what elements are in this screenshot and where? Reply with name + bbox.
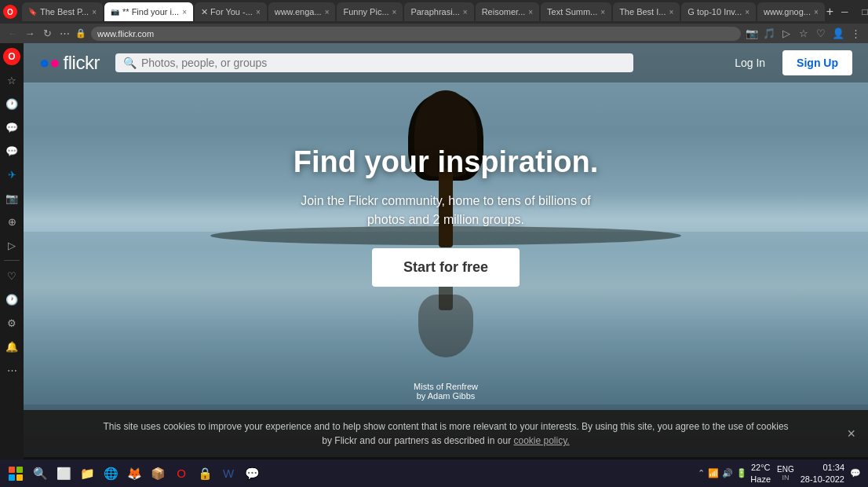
taskbar-clock[interactable]: 01:34 28-10-2022	[801, 462, 844, 485]
reflection-canopy	[418, 295, 473, 357]
taskbar-vpn[interactable]: 🔒	[195, 463, 215, 484]
tab-6-close[interactable]: ×	[463, 8, 468, 16]
heart-action-icon[interactable]: ♡	[815, 27, 827, 39]
tab-4-close[interactable]: ×	[325, 8, 330, 16]
tab-8-label: Text Summ...	[547, 7, 597, 16]
taskbar-weather[interactable]: 22°C Haze	[750, 462, 771, 485]
tab-9[interactable]: The Best I... ×	[613, 2, 680, 21]
dot-blue: ●	[39, 53, 49, 72]
tab-9-close[interactable]: ×	[669, 8, 673, 16]
taskbar-lang-sub: IN	[782, 474, 789, 482]
cookie-policy-link[interactable]: cookie policy.	[513, 435, 569, 446]
tray-wifi[interactable]: 📶	[708, 468, 719, 478]
sidebar-icon-opera[interactable]: O	[3, 48, 20, 65]
tab-11-close[interactable]: ×	[814, 8, 819, 16]
sidebar-icon-history[interactable]: 🕐	[3, 95, 20, 112]
start-free-button[interactable]: Start for free	[372, 248, 520, 287]
maximize-button[interactable]: □	[857, 6, 868, 17]
address-bar-row: ← → ↻ ⋯ 🔒 📷 🎵 ▷ ☆ ♡ 👤 ⋮	[0, 24, 868, 43]
tab-5-label: Funny Pic...	[343, 7, 388, 16]
music-action-icon[interactable]: 🎵	[763, 27, 775, 39]
nav-actions: Log In Sign Up	[725, 50, 852, 75]
tab-8-close[interactable]: ×	[600, 8, 605, 16]
tab-2-close[interactable]: ×	[182, 8, 187, 16]
tab-9-label: The Best I...	[619, 7, 666, 16]
sidebar-icon-forward[interactable]: ▷	[3, 236, 20, 254]
tray-battery[interactable]: 🔋	[736, 468, 747, 478]
taskbar-lang[interactable]: ENG IN	[777, 465, 794, 482]
tab-2-label: ** Find your i...	[122, 7, 179, 16]
forward-button[interactable]: →	[24, 27, 36, 39]
sidebar-icon-heart[interactable]: ♡	[3, 267, 20, 284]
sidebar-icon-recent[interactable]: 🕐	[3, 291, 20, 308]
tab-4-label: www.enga...	[275, 7, 322, 16]
tray-volume[interactable]: 🔊	[722, 468, 733, 478]
sidebar-icon-bookmarks[interactable]: ☆	[3, 71, 20, 89]
more-action-icon[interactable]: ⋮	[849, 27, 862, 39]
extensions-button[interactable]: ⋯	[58, 27, 71, 39]
taskbar-file-explorer[interactable]: 📁	[77, 463, 97, 484]
tab-10[interactable]: G top-10 Inv... ×	[681, 2, 756, 21]
back-button[interactable]: ←	[6, 27, 19, 39]
login-button[interactable]: Log In	[725, 52, 775, 74]
taskbar-amazon[interactable]: 📦	[148, 463, 168, 484]
windows-logo	[9, 467, 23, 481]
flickr-logo-name: flickr	[64, 52, 100, 74]
flickr-logo[interactable]: ●● flickr	[39, 52, 100, 74]
profile-action-icon[interactable]: 👤	[832, 27, 844, 39]
taskbar-lang-label: ENG	[777, 465, 794, 474]
tray-icon-1[interactable]: ⌃	[698, 468, 705, 478]
tab-6[interactable]: Paraphrasi... ×	[404, 2, 473, 21]
cookie-close-button[interactable]: ×	[847, 426, 855, 442]
taskbar-taskview[interactable]: ⬜	[53, 463, 74, 484]
sidebar-icon-messenger[interactable]: 💬	[3, 119, 20, 136]
sidebar-icon-telegram[interactable]: ✈	[3, 166, 20, 183]
taskbar-word[interactable]: W	[218, 463, 239, 484]
address-input[interactable]	[91, 27, 741, 41]
taskbar-opera[interactable]: O	[171, 463, 191, 484]
taskbar-search[interactable]: 🔍	[30, 463, 50, 484]
flickr-page: ●● flickr 🔍 Log In Sign Up Find your ins…	[24, 43, 868, 487]
main-content: ●● flickr 🔍 Log In Sign Up Find your ins…	[24, 43, 868, 487]
taskbar-edge[interactable]: 🌐	[100, 463, 121, 484]
tab-7-close[interactable]: ×	[528, 8, 533, 16]
tab-7[interactable]: Reisomer... ×	[476, 2, 539, 21]
tab-10-close[interactable]: ×	[745, 8, 749, 16]
taskbar-notification[interactable]: 💬	[848, 466, 863, 482]
win-logo-q2	[16, 467, 23, 473]
tab-11[interactable]: www.gnog... ×	[757, 2, 825, 21]
new-tab-button[interactable]: +	[826, 2, 833, 21]
search-wrapper: 🔍	[115, 53, 633, 72]
sidebar-icon-more[interactable]: ⋯	[3, 361, 20, 379]
sidebar-icon-whatsapp[interactable]: 💬	[3, 142, 20, 159]
sidebar-icon-extensions[interactable]: ⊕	[3, 213, 20, 230]
tab-3-close[interactable]: ×	[256, 8, 261, 16]
sidebar-icon-settings[interactable]: ⚙	[3, 314, 20, 331]
tab-4[interactable]: www.enga... ×	[268, 2, 336, 21]
tab-7-label: Reisomer...	[482, 7, 526, 16]
win-logo-q1	[9, 467, 15, 473]
tab-2[interactable]: 📷 ** Find your i... ×	[104, 2, 193, 21]
taskbar-firefox[interactable]: 🦊	[124, 463, 144, 484]
sidebar-icon-notifications[interactable]: 🔔	[3, 338, 20, 355]
sidebar-icon-instagram[interactable]: 📷	[3, 189, 20, 207]
tab-5-close[interactable]: ×	[392, 8, 397, 16]
tab-11-label: www.gnog...	[764, 7, 811, 16]
tab-1[interactable]: 🔖 The Best P... ×	[22, 2, 103, 21]
minimize-button[interactable]: ─	[837, 6, 852, 17]
play-action-icon[interactable]: ▷	[780, 27, 793, 39]
bookmark-action-icon[interactable]: ☆	[797, 27, 810, 39]
reload-button[interactable]: ↻	[41, 27, 53, 39]
tab-5[interactable]: Funny Pic... ×	[337, 2, 403, 21]
flickr-navbar: ●● flickr 🔍 Log In Sign Up	[24, 43, 868, 82]
tab-1-close[interactable]: ×	[92, 8, 97, 16]
taskbar-discord[interactable]: 💬	[242, 463, 262, 484]
signup-button[interactable]: Sign Up	[782, 50, 852, 75]
start-button[interactable]	[5, 463, 27, 485]
search-input[interactable]	[141, 57, 625, 69]
opera-sidebar: O ☆ 🕐 💬 💬 ✈ 📷 ⊕ ▷ ♡ 🕐 ⚙ 🔔 ⋯	[0, 43, 24, 487]
tab-3[interactable]: ✕ For You -... ×	[195, 2, 267, 21]
tab-8[interactable]: Text Summ... ×	[541, 2, 611, 21]
tab-10-label: G top-10 Inv...	[687, 7, 742, 16]
camera-action-icon[interactable]: 📷	[746, 27, 758, 39]
